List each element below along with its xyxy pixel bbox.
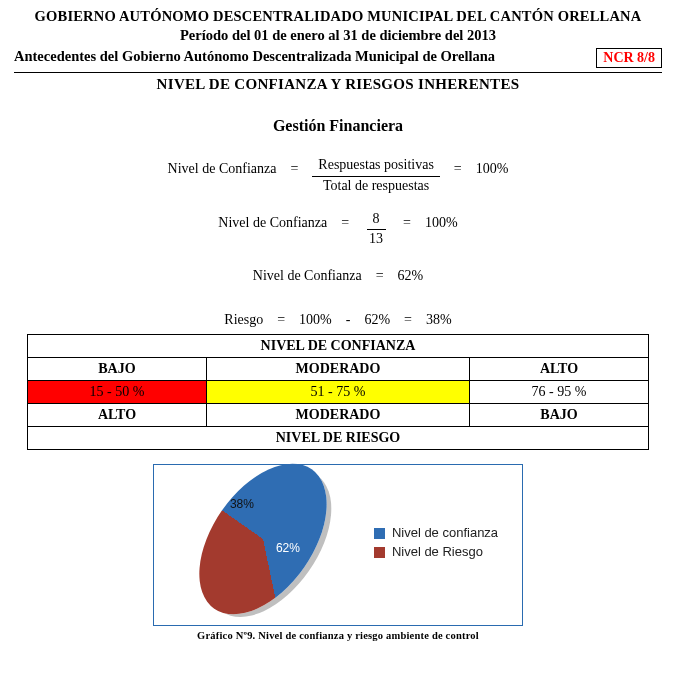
pie-ellipse — [173, 441, 352, 638]
legend-label: Nivel de Riesgo — [392, 544, 483, 559]
formula-4-rhs: 38% — [426, 308, 452, 328]
table-title-bottom: NIVEL DE RIESGO — [27, 427, 648, 450]
chart-caption: Gráfico Nº9. Nivel de confianza y riesgo… — [14, 630, 662, 641]
fraction: 8 13 — [363, 211, 389, 249]
formula-4-b: 62% — [364, 308, 390, 328]
header-line-2: Período del 01 de enero al 31 de diciemb… — [14, 27, 662, 44]
formula-3: Nivel de Confianza = 62% — [14, 264, 662, 284]
table-cell-range-high: 76 - 95 % — [470, 381, 649, 404]
section-title: NIVEL DE CONFIANZA Y RIESGOS INHERENTES — [14, 73, 662, 99]
header-line-1: GOBIERNO AUTÓNOMO DESCENTRALIDADO MUNICI… — [14, 8, 662, 25]
equals-sign: = — [376, 264, 384, 284]
formula-2: Nivel de Confianza = 8 13 = 100% — [14, 211, 662, 249]
formula-3-lhs: Nivel de Confianza — [253, 264, 362, 284]
fraction-numerator: 8 — [367, 211, 386, 231]
formula-4-lhs: Riesgo — [224, 308, 263, 328]
confidence-risk-table: NIVEL DE CONFIANZA BAJO MODERADO ALTO 15… — [27, 334, 649, 450]
legend-item-risk: Nivel de Riesgo — [374, 544, 498, 559]
pie-label-risk: 38% — [230, 497, 254, 511]
equals-sign: = — [403, 211, 411, 231]
header-line-3: Antecedentes del Gobierno Autónomo Desce… — [14, 48, 596, 68]
legend-swatch-blue — [374, 528, 385, 539]
equals-sign: = — [404, 308, 412, 328]
ncr-badge: NCR 8/8 — [596, 48, 662, 68]
formula-1-lhs: Nivel de Confianza — [168, 157, 277, 177]
fraction-numerator: Respuestas positivas — [312, 157, 440, 177]
table-cell-range-mid: 51 - 75 % — [206, 381, 469, 404]
equals-sign: = — [454, 157, 462, 177]
pie-chart: 38% 62% Nivel de confianza Nivel de Ries… — [153, 464, 523, 626]
subtitle: Gestión Financiera — [14, 117, 662, 135]
formula-4-a: 100% — [299, 308, 332, 328]
formula-3-rhs: 62% — [398, 264, 424, 284]
legend-item-confidence: Nivel de confianza — [374, 525, 498, 540]
table-cell: MODERADO — [206, 404, 469, 427]
formula-4: Riesgo = 100% - 62% = 38% — [14, 308, 662, 328]
formula-2-rhs: 100% — [425, 211, 458, 231]
table-cell: MODERADO — [206, 358, 469, 381]
table-cell: ALTO — [470, 358, 649, 381]
fraction: Respuestas positivas Total de respuestas — [312, 157, 440, 195]
table-cell-range-low: 15 - 50 % — [27, 381, 206, 404]
formula-2-lhs: Nivel de Confianza — [218, 211, 327, 231]
equals-sign: = — [341, 211, 349, 231]
pie-label-confidence: 62% — [276, 541, 300, 555]
chart-legend: Nivel de confianza Nivel de Riesgo — [374, 521, 498, 563]
minus-sign: - — [346, 308, 351, 328]
equals-sign: = — [277, 308, 285, 328]
formula-1-rhs: 100% — [476, 157, 509, 177]
fraction-denominator: 13 — [363, 230, 389, 248]
equals-sign: = — [290, 157, 298, 177]
header-row-3: Antecedentes del Gobierno Autónomo Desce… — [14, 48, 662, 68]
table-cell: BAJO — [27, 358, 206, 381]
fraction-denominator: Total de respuestas — [317, 177, 435, 195]
table-cell: ALTO — [27, 404, 206, 427]
table-cell: BAJO — [470, 404, 649, 427]
table-title-top: NIVEL DE CONFIANZA — [27, 335, 648, 358]
formula-1: Nivel de Confianza = Respuestas positiva… — [14, 157, 662, 195]
legend-swatch-red — [374, 547, 385, 558]
legend-label: Nivel de confianza — [392, 525, 498, 540]
pie-chart-canvas: 38% 62% — [178, 477, 358, 607]
